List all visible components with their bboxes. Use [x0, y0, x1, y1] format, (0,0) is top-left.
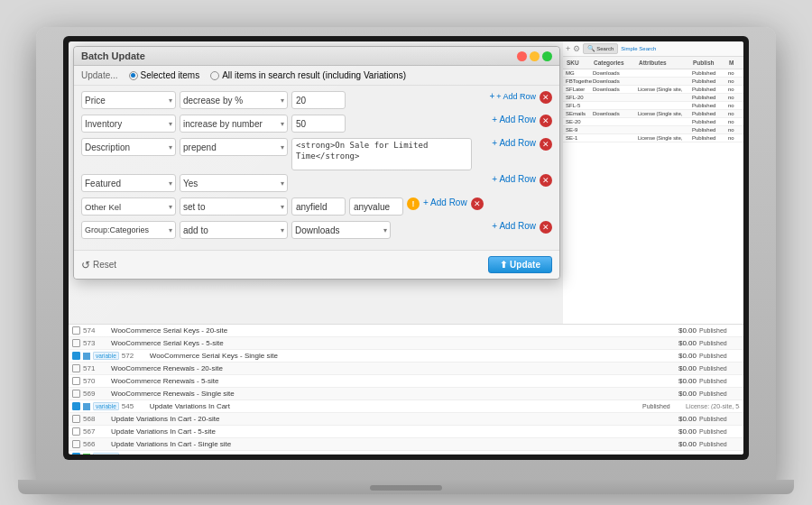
row-checkbox[interactable]: [72, 339, 80, 347]
all-items-label: All items in search result (including Va…: [222, 70, 406, 80]
value-textarea-desc[interactable]: <strong>On Sale for Limited Time</strong…: [291, 138, 472, 170]
op-select-other-meta[interactable]: set to▾: [180, 197, 288, 216]
selected-items-option[interactable]: Selected items: [129, 70, 200, 80]
value-input-inventory[interactable]: [291, 115, 346, 133]
variable-indicator: [83, 353, 90, 360]
field-select-price[interactable]: Price▾: [81, 91, 176, 109]
table-row: 566 Update Variations In Cart - Single s…: [69, 438, 743, 451]
screen-content: + ⚙ 🔍 Search Simple Search SKU Categorie…: [69, 41, 743, 454]
dialog-title: Batch Update: [81, 50, 145, 61]
row-checkbox[interactable]: [72, 402, 80, 410]
update-row-categories: Group:Categories▾ add to▾ Downloads▾ + A…: [81, 221, 552, 241]
update-row-other-meta: Other Kel▾ set to▾ ! + Add Row ✕: [81, 197, 552, 217]
update-button[interactable]: ⬆ Update: [488, 256, 552, 273]
row-checkbox[interactable]: [72, 440, 80, 448]
update-row-description: Description▾ prepend▾ <strong>On Sale fo…: [81, 138, 552, 170]
value-input-field[interactable]: [291, 197, 346, 216]
row-checkbox[interactable]: [72, 326, 80, 335]
warning-icon: !: [407, 197, 420, 210]
all-radio[interactable]: [210, 71, 219, 80]
add-row-btn-1[interactable]: ++ Add Row: [489, 91, 536, 101]
maximize-button[interactable]: [542, 51, 552, 61]
laptop-screen: + ⚙ 🔍 Search Simple Search SKU Categorie…: [69, 41, 743, 454]
reset-button[interactable]: ↺ Reset: [81, 259, 116, 271]
op-select-desc[interactable]: prepend▾: [180, 138, 288, 156]
table-row: SFL-20Publishedno: [563, 94, 743, 102]
row-checkbox[interactable]: [72, 453, 80, 454]
add-row-btn-6[interactable]: + Add Row: [492, 221, 536, 231]
row-checkbox[interactable]: [72, 364, 80, 372]
simple-search-link[interactable]: Simple Search: [621, 46, 656, 51]
delete-row-btn-6[interactable]: ✕: [540, 221, 552, 234]
header-attr: Attributes: [637, 60, 691, 66]
close-button[interactable]: [517, 51, 527, 61]
header-m: M: [727, 60, 735, 66]
update-scope-options: Update... Selected items All items in se…: [74, 66, 559, 86]
table-row: 569 WooCommerce Renewals - Single site $…: [69, 388, 743, 400]
field-select-categories[interactable]: Group:Categories▾: [81, 221, 176, 239]
screen-bezel: + ⚙ 🔍 Search Simple Search SKU Categorie…: [63, 36, 749, 460]
value-input-price[interactable]: [291, 91, 346, 109]
table-row: SFL-5Publishedno: [563, 102, 743, 110]
update-row-featured: Featured▾ Yes▾ + Add Row ✕: [81, 174, 552, 194]
row-checkbox[interactable]: [72, 352, 80, 360]
delete-row-btn-1[interactable]: ✕: [540, 91, 552, 104]
op-select-price[interactable]: decrease by %▾: [180, 91, 288, 109]
variable-badge: variable: [93, 402, 119, 410]
update-row-price: Price▾ decrease by %▾ ++ Add Row: [81, 91, 552, 111]
row-checkbox[interactable]: [72, 377, 80, 385]
dialog-body: Price▾ decrease by %▾ ++ Add Row: [74, 86, 559, 250]
field-select-inventory[interactable]: Inventory▾: [81, 115, 176, 133]
variable-badge: variable: [93, 352, 119, 360]
table-row: SE-20Publishedno: [563, 118, 743, 126]
table-row: variable 545 Update Variations In Cart P…: [69, 400, 743, 413]
add-row-btn-3[interactable]: + Add Row: [492, 138, 536, 148]
table-row: MGDownloadsPublishedno: [563, 69, 743, 78]
bottom-product-table: 574 WooCommerce Serial Keys - 20-site $0…: [69, 324, 743, 454]
table-row: variable 572 WooCommerce Serial Keys - S…: [69, 350, 743, 363]
table-header: SKU Categories Attributes Publish M: [563, 57, 743, 69]
add-row-btn-2[interactable]: + Add Row: [492, 115, 536, 124]
laptop-container: + ⚙ 🔍 Search Simple Search SKU Categorie…: [36, 18, 776, 487]
all-items-option[interactable]: All items in search result (including Va…: [210, 70, 406, 80]
header-sku: SKU: [565, 60, 592, 66]
table-row: 568 Update Variations In Cart - 20-site …: [69, 413, 743, 426]
field-select-featured[interactable]: Featured▾: [81, 174, 176, 192]
dialog-titlebar: Batch Update: [74, 47, 559, 66]
delete-row-btn-3[interactable]: ✕: [540, 138, 552, 151]
field-select-desc[interactable]: Description▾: [81, 138, 176, 156]
minimize-button[interactable]: [530, 51, 540, 61]
table-row: SFLaterDownloadsLicense (Single site,Pub…: [563, 86, 743, 94]
row-checkbox[interactable]: [72, 415, 80, 423]
op-select-featured[interactable]: Yes▾: [180, 174, 288, 192]
table-row: 574 WooCommerce Serial Keys - 20-site $0…: [69, 325, 743, 337]
header-pub: Publish: [691, 60, 727, 66]
table-row: variable 544 WooCommerce Buy Now Publish…: [69, 451, 743, 454]
batch-update-dialog: Batch Update Update... Selecte: [73, 46, 560, 280]
delete-row-btn-5[interactable]: ✕: [471, 197, 484, 210]
value-input-value[interactable]: [349, 197, 403, 216]
add-row-btn-5[interactable]: + Add Row: [423, 197, 467, 207]
table-row: 570 WooCommerce Renewals - 5-site $0.00 …: [69, 375, 743, 388]
selected-radio[interactable]: [129, 71, 138, 80]
table-row: FBTogetherDownloadsPublishedno: [563, 78, 743, 86]
laptop-notch: [370, 485, 442, 491]
delete-row-btn-4[interactable]: ✕: [540, 174, 552, 187]
table-row: SE-1License (Single site,Publishedno: [563, 134, 743, 142]
op-select-categories[interactable]: add to▾: [180, 221, 288, 239]
variable-badge: variable: [93, 453, 119, 454]
dialog-footer: ↺ Reset ⬆ Update: [74, 250, 559, 279]
add-row-btn-4[interactable]: + Add Row: [492, 174, 536, 184]
row-checkbox[interactable]: [72, 390, 80, 398]
delete-row-btn-2[interactable]: ✕: [540, 115, 552, 127]
laptop-base: [18, 480, 794, 494]
search-button[interactable]: 🔍 Search: [583, 43, 618, 54]
variable-indicator: [83, 454, 90, 455]
field-select-other-meta[interactable]: Other Kel▾: [81, 197, 176, 216]
value-dropdown-categories[interactable]: Downloads▾: [291, 221, 391, 239]
dialog-controls: [517, 51, 552, 61]
row-checkbox[interactable]: [72, 427, 80, 436]
update-row-inventory: Inventory▾ increase by number▾ + Add Row…: [81, 115, 552, 134]
op-select-inventory[interactable]: increase by number▾: [180, 115, 288, 133]
table-row: 573 WooCommerce Serial Keys - 5-site $0.…: [69, 337, 743, 350]
